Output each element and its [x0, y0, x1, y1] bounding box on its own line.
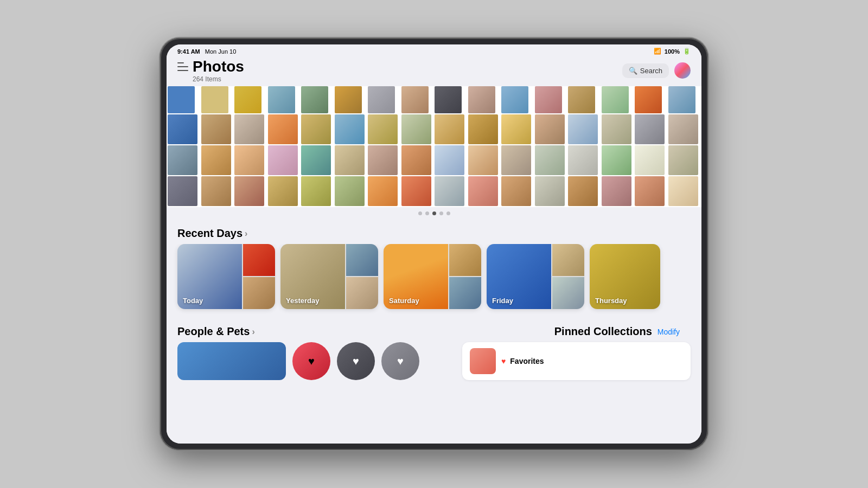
photo-cell[interactable] — [468, 114, 498, 144]
photo-cell[interactable] — [234, 145, 264, 175]
photo-cell[interactable] — [535, 176, 565, 206]
photo-cell[interactable] — [435, 145, 464, 175]
photo-cell[interactable] — [468, 145, 498, 175]
heart-icon: ♥ — [501, 357, 506, 365]
person-card-4[interactable]: ♥ — [381, 342, 419, 380]
status-bar: 9:41 AM Mon Jun 10 📶 100% 🔋 — [167, 44, 701, 56]
photo-cell[interactable] — [568, 86, 595, 113]
people-pets-title[interactable]: People & Pets › — [177, 325, 255, 338]
photo-cell[interactable] — [602, 86, 629, 113]
favorites-collection[interactable]: ♥ Favorites — [462, 342, 691, 380]
recent-days-header: Recent Days › — [167, 220, 701, 244]
photo-cell[interactable] — [335, 145, 365, 175]
photo-cell[interactable] — [602, 176, 631, 206]
photo-cell[interactable] — [468, 176, 498, 206]
photo-cell[interactable] — [335, 114, 365, 144]
photo-cell[interactable] — [435, 114, 464, 144]
photo-cell[interactable] — [168, 86, 195, 113]
photo-cell[interactable] — [635, 176, 665, 206]
photo-cell[interactable] — [234, 86, 261, 113]
photo-cell[interactable] — [301, 86, 328, 113]
carousel-dot-1[interactable] — [418, 211, 422, 215]
photo-cell[interactable] — [301, 145, 331, 175]
favorites-thumb — [470, 348, 496, 374]
photo-cell[interactable] — [368, 176, 398, 206]
carousel-dot-3[interactable] — [432, 211, 436, 215]
day-card-friday[interactable]: Friday — [487, 244, 584, 309]
photo-cell[interactable] — [401, 176, 431, 206]
photo-cell[interactable] — [668, 176, 698, 206]
day-card-saturday-side-bottom — [449, 277, 481, 309]
carousel-dot-2[interactable] — [425, 211, 429, 215]
photo-cell[interactable] — [668, 86, 695, 113]
photo-cell[interactable] — [168, 176, 197, 206]
day-card-thursday[interactable]: Thursday — [590, 244, 660, 309]
photo-cell[interactable] — [635, 145, 665, 175]
device-screen: 9:41 AM Mon Jun 10 📶 100% 🔋 Photos 264 I… — [167, 44, 701, 444]
photo-cell[interactable] — [335, 86, 362, 113]
person-card-3[interactable]: ♥ — [337, 342, 375, 380]
status-time: 9:41 AM — [177, 48, 200, 55]
photo-cell[interactable] — [501, 86, 528, 113]
header-left: Photos 264 Items — [177, 58, 244, 83]
photo-cell[interactable] — [168, 145, 197, 175]
photo-cell[interactable] — [602, 114, 631, 144]
photo-cell[interactable] — [668, 114, 698, 144]
photo-cell[interactable] — [268, 145, 298, 175]
photo-cell[interactable] — [535, 145, 565, 175]
photo-cell[interactable] — [535, 86, 562, 113]
day-card-yesterday[interactable]: Yesterday — [280, 244, 378, 309]
photo-cell[interactable] — [568, 114, 598, 144]
photo-cell[interactable] — [635, 86, 662, 113]
photo-cell[interactable] — [201, 114, 231, 144]
photo-cell[interactable] — [268, 114, 298, 144]
carousel-dot-5[interactable] — [446, 211, 450, 215]
day-card-today[interactable]: Today — [177, 244, 275, 309]
photo-cell[interactable] — [501, 145, 531, 175]
photo-cell[interactable] — [635, 114, 665, 144]
sidebar-toggle-button[interactable] — [177, 62, 188, 71]
day-card-friday-side-bottom — [552, 277, 584, 309]
day-card-friday-label: Friday — [492, 297, 513, 305]
photo-cell[interactable] — [501, 176, 531, 206]
user-avatar[interactable] — [674, 62, 691, 79]
photo-cell[interactable] — [368, 145, 398, 175]
photo-cell[interactable] — [301, 176, 331, 206]
modify-button[interactable]: Modify — [658, 325, 680, 338]
photo-cell[interactable] — [201, 86, 228, 113]
photo-cell[interactable] — [535, 114, 565, 144]
photo-cell[interactable] — [201, 176, 231, 206]
photo-cell[interactable] — [301, 114, 331, 144]
photo-cell[interactable] — [435, 86, 462, 113]
carousel-dot-4[interactable] — [439, 211, 443, 215]
heart-badge-2: ♥ — [308, 355, 315, 368]
person-card-2[interactable]: ♥ — [292, 342, 330, 380]
photo-cell[interactable] — [268, 176, 298, 206]
photo-cell[interactable] — [401, 145, 431, 175]
photo-cell[interactable] — [201, 145, 231, 175]
recent-days-title[interactable]: Recent Days › — [177, 227, 247, 240]
photo-cell[interactable] — [568, 145, 598, 175]
photo-cell[interactable] — [168, 114, 197, 144]
day-card-saturday[interactable]: Saturday — [384, 244, 481, 309]
photo-cell[interactable] — [335, 176, 365, 206]
photo-cell[interactable] — [668, 145, 698, 175]
day-card-yesterday-side-bottom — [346, 277, 378, 309]
photo-cell[interactable] — [368, 114, 398, 144]
photo-cell[interactable] — [501, 114, 531, 144]
item-count: 264 Items — [193, 75, 244, 83]
photo-cell[interactable] — [435, 176, 464, 206]
photo-cell[interactable] — [468, 86, 495, 113]
app-title: Photos — [193, 58, 244, 75]
photo-cell[interactable] — [401, 86, 429, 113]
person-card-1[interactable] — [177, 342, 286, 380]
photo-cell[interactable] — [234, 176, 264, 206]
photo-cell[interactable] — [234, 114, 264, 144]
search-button[interactable]: 🔍 Search — [622, 63, 669, 78]
photo-cell[interactable] — [268, 86, 295, 113]
photo-cell[interactable] — [368, 86, 395, 113]
day-card-yesterday-label: Yesterday — [286, 297, 319, 305]
photo-cell[interactable] — [568, 176, 598, 206]
photo-cell[interactable] — [401, 114, 431, 144]
photo-cell[interactable] — [602, 145, 631, 175]
